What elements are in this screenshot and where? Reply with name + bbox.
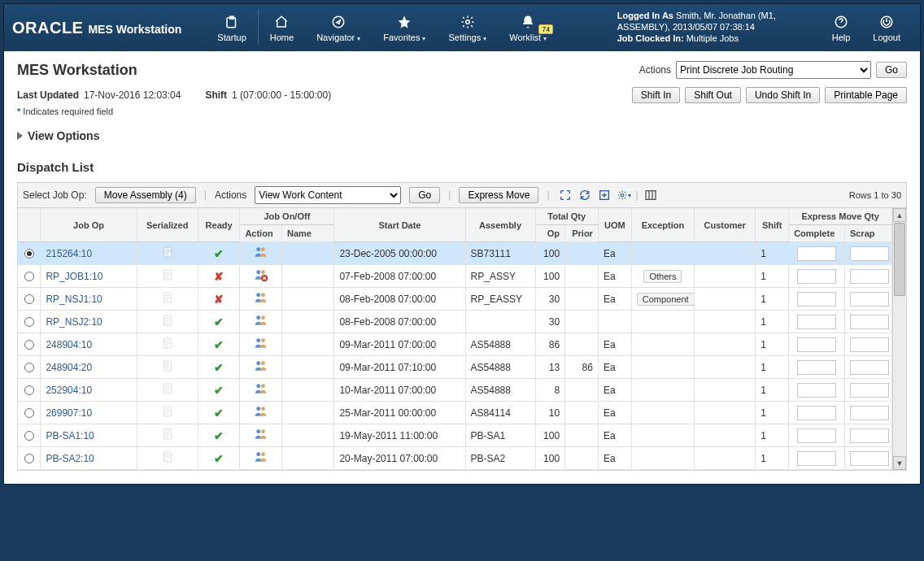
nav-navigator[interactable]: Navigator▾ [305, 10, 372, 46]
table-row[interactable]: RP_NSJ2:10✔08-Feb-2008 07:00:00301 [18, 311, 892, 333]
row-select-radio[interactable] [23, 317, 35, 327]
nav-favorites[interactable]: Favorites▾ [372, 10, 437, 46]
nav-worklist[interactable]: 74 Worklist▾ [498, 10, 558, 46]
scrap-qty-input[interactable] [850, 269, 889, 284]
job-op-link[interactable]: 215264:10 [46, 248, 92, 259]
job-onoff-action-icon[interactable] [254, 318, 268, 329]
serialized-icon[interactable] [161, 432, 174, 443]
job-onoff-action-icon[interactable] [254, 363, 268, 375]
th-name[interactable]: Name [281, 225, 333, 242]
row-select-radio[interactable] [23, 431, 35, 441]
job-onoff-action-icon[interactable] [254, 341, 268, 352]
nav-home[interactable]: Home [259, 10, 305, 46]
th-shift[interactable]: Shift [756, 208, 789, 242]
job-op-link[interactable]: RP_NSJ1:10 [46, 294, 102, 305]
row-select-radio[interactable] [23, 408, 35, 418]
job-op-link[interactable]: 248904:20 [46, 362, 92, 373]
complete-qty-input[interactable] [797, 451, 836, 466]
serialized-icon[interactable] [161, 454, 174, 466]
scrap-qty-input[interactable] [850, 292, 889, 307]
page-actions-select[interactable]: Print Discrete Job Routing [676, 61, 871, 79]
row-select-radio[interactable] [23, 340, 35, 350]
job-op-link[interactable]: 269907:10 [46, 407, 92, 419]
th-action[interactable]: Action [240, 225, 282, 242]
th-start-date[interactable]: Start Date [334, 208, 465, 242]
job-op-link[interactable]: 252904:10 [46, 385, 92, 396]
th-scrap[interactable]: Scrap [844, 225, 891, 242]
table-row[interactable]: PB-SA1:10✔19-May-2011 11:00:00PB-SA1100E… [18, 424, 892, 447]
table-row[interactable]: 248904:10✔09-Mar-2011 07:00:00AS5488886E… [18, 333, 892, 356]
table-row[interactable]: 252904:10✔10-Mar-2011 07:00:00AS548888Ea… [18, 379, 892, 402]
table-row[interactable]: PB-SA2:10✔20-May-2011 07:00:00PB-SA2100E… [18, 447, 892, 470]
row-select-radio[interactable] [23, 294, 35, 304]
columns-icon[interactable] [643, 188, 658, 202]
serialized-icon[interactable] [161, 386, 174, 398]
job-onoff-action-icon[interactable] [254, 295, 268, 307]
shift-out-button[interactable]: Shift Out [685, 87, 741, 103]
table-row[interactable]: 248904:20✔09-Mar-2011 07:10:00AS54888138… [18, 356, 892, 379]
job-op-link[interactable]: PB-SA1:10 [46, 430, 94, 441]
table-row[interactable]: 269907:10✔25-Mar-2011 00:00:00AS8411410E… [18, 402, 892, 424]
th-customer[interactable]: Customer [695, 208, 756, 242]
exception-button[interactable]: Component [637, 293, 695, 306]
serialized-icon[interactable] [161, 272, 174, 284]
table-row[interactable]: RP_NSJ1:10✘08-Feb-2008 07:00:00RP_EASSY3… [18, 288, 892, 311]
scroll-thumb[interactable] [894, 223, 905, 296]
serialized-icon[interactable] [161, 318, 174, 329]
table-row[interactable]: RP_JOB1:10✘07-Feb-2008 07:00:00RP_ASSY10… [18, 265, 892, 288]
th-complete[interactable]: Complete [789, 225, 845, 242]
job-onoff-action-icon[interactable] [254, 250, 268, 261]
printable-page-button[interactable]: Printable Page [825, 87, 907, 103]
th-ready[interactable]: Ready [198, 208, 240, 242]
nav-help[interactable]: Help [821, 10, 862, 46]
job-op-link[interactable]: RP_NSJ2:10 [46, 316, 102, 328]
row-select-radio[interactable] [23, 385, 35, 395]
th-exception[interactable]: Exception [631, 208, 694, 242]
export-icon[interactable] [597, 188, 612, 202]
scrap-qty-input[interactable] [850, 428, 889, 443]
complete-qty-input[interactable] [797, 406, 836, 420]
page-actions-go-button[interactable]: Go [876, 62, 907, 78]
scroll-up-arrow[interactable]: ▲ [893, 208, 906, 222]
serialized-icon[interactable] [161, 409, 174, 420]
vertical-scrollbar[interactable]: ▲ ▼ [892, 208, 906, 470]
job-op-link[interactable]: PB-SA2:10 [46, 453, 94, 464]
table-row[interactable]: 215264:10✔23-Dec-2005 00:00:00SB73111100… [18, 242, 892, 265]
row-select-radio[interactable] [23, 454, 35, 463]
toolbar-actions-select[interactable]: View Work Content [255, 186, 401, 204]
scrap-qty-input[interactable] [850, 246, 889, 261]
scrap-qty-input[interactable] [850, 451, 889, 466]
complete-qty-input[interactable] [797, 315, 836, 329]
scrap-qty-input[interactable] [850, 337, 889, 352]
exception-button[interactable]: Others [643, 270, 682, 283]
scroll-down-arrow[interactable]: ▼ [893, 456, 906, 470]
complete-qty-input[interactable] [797, 360, 836, 375]
nav-startup[interactable]: Startup [206, 10, 258, 46]
complete-qty-input[interactable] [797, 337, 836, 352]
serialized-icon[interactable] [161, 250, 174, 261]
nav-logout[interactable]: Logout [861, 10, 912, 46]
expand-icon[interactable] [558, 188, 573, 202]
job-onoff-action-icon[interactable] [254, 432, 268, 443]
scrap-qty-input[interactable] [850, 383, 889, 398]
serialized-icon[interactable] [161, 363, 174, 375]
row-select-radio[interactable] [23, 272, 35, 281]
th-prior[interactable]: Prior [565, 225, 599, 242]
serialized-icon[interactable] [161, 341, 174, 352]
job-onoff-action-icon[interactable] [254, 272, 268, 284]
job-onoff-action-icon[interactable] [254, 409, 268, 420]
th-serialized[interactable]: Serialized [137, 208, 198, 242]
view-options-toggle[interactable]: View Options [17, 129, 907, 142]
settings-gear-icon[interactable]: ▾ [617, 188, 631, 202]
th-job-op[interactable]: Job Op [41, 208, 137, 242]
complete-qty-input[interactable] [797, 246, 836, 261]
th-uom[interactable]: UOM [598, 208, 631, 242]
scrap-qty-input[interactable] [850, 315, 889, 329]
move-assembly-button[interactable]: Move Assembly (4) [95, 187, 196, 203]
serialized-icon[interactable] [161, 295, 174, 307]
toolbar-go-button[interactable]: Go [409, 187, 440, 203]
row-select-radio[interactable] [23, 363, 35, 372]
complete-qty-input[interactable] [797, 428, 836, 443]
scrap-qty-input[interactable] [850, 360, 889, 375]
job-onoff-action-icon[interactable] [254, 454, 268, 466]
